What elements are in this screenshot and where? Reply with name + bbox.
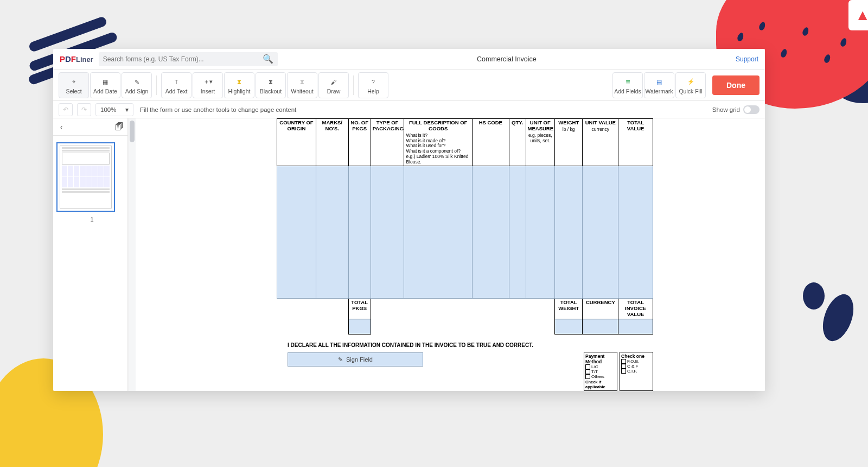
cell-country[interactable] (277, 166, 316, 299)
cell-unit-value[interactable] (583, 166, 618, 299)
tool-quick-fill[interactable]: ⚡Quick Fill (675, 72, 706, 98)
show-grid-label: Show grid (712, 106, 740, 113)
pages-panel: ‹ 🗐 1 (53, 118, 128, 391)
col-description: FULL DESCRIPTION OF GOODSWhat is it? Wha… (404, 119, 472, 166)
page-thumbnail-1[interactable] (56, 142, 115, 212)
payment-method-footer: Check if applicable (585, 379, 616, 389)
total-weight-field[interactable] (555, 319, 583, 335)
support-link[interactable]: Support (736, 55, 758, 63)
col-marks: MARKS/ NO'S. (316, 119, 348, 166)
sign-icon: ✎ (338, 356, 343, 363)
blackout-icon: ⧗ (269, 76, 273, 88)
tool-add-fields[interactable]: ≣Add Fields (612, 72, 643, 98)
decoration-navy-r (797, 282, 863, 348)
checkbox-lc[interactable] (585, 364, 590, 369)
currency-field[interactable] (583, 319, 618, 335)
document-canvas[interactable]: COUNTRY OF ORIGIN MARKS/ NO'S. NO. OF PK… (136, 118, 765, 391)
app-window: PDFLiner 🔍 Commercial Invoice Support ⌖S… (53, 49, 765, 391)
toolbar-separator (156, 75, 157, 95)
tool-insert[interactable]: ＋▾Insert (193, 72, 223, 98)
tool-add-sign[interactable]: ✎Add Sign (122, 72, 152, 98)
zoom-select[interactable]: 100%▾ (95, 103, 133, 116)
redo-icon: ↷ (81, 106, 87, 113)
tool-select-label: Select (66, 88, 81, 94)
total-pkgs-field[interactable] (348, 319, 371, 335)
thumbnail-list: 1 (53, 136, 127, 391)
check-one-header: Check one (621, 354, 652, 359)
col-uom: UNIT OF MEASUREe.g. pieces, units, set. (526, 119, 554, 166)
page-thumbnail-label: 1 (56, 212, 127, 223)
col-pkgs: NO. OF PKGS (348, 119, 371, 166)
tool-help[interactable]: ?Help (358, 72, 388, 98)
invoice-data-row (277, 166, 653, 299)
cell-hs[interactable] (472, 166, 509, 299)
whiteout-icon: ⧗ (300, 76, 304, 88)
cell-description[interactable] (404, 166, 472, 299)
cell-qty[interactable] (509, 166, 526, 299)
lightning-icon: ⚡ (687, 76, 694, 88)
undo-button[interactable]: ↶ (59, 103, 73, 116)
page-gear-icon: 🗐 (115, 122, 124, 131)
cursor-icon: ⌖ (72, 76, 75, 88)
payment-method-box: Payment Method L/C T/T Others Check if a… (584, 352, 617, 391)
fields-icon: ≣ (626, 76, 630, 88)
main-toolbar: ⌖Select ▦Add Date ✎Add Sign TAdd Text ＋▾… (53, 70, 765, 101)
sign-field[interactable]: ✎ Sign Field (288, 352, 423, 367)
plus-icon: ＋▾ (203, 76, 213, 88)
chevron-down-icon: ▾ (125, 106, 129, 113)
tool-highlight[interactable]: ⧗Highlight (224, 72, 254, 98)
search-box[interactable]: 🔍 (99, 52, 278, 66)
done-button[interactable]: Done (712, 75, 760, 95)
checkbox-cif[interactable] (621, 369, 626, 374)
tool-whiteout[interactable]: ⧗Whiteout (287, 72, 317, 98)
redo-button[interactable]: ↷ (77, 103, 91, 116)
cell-marks[interactable] (316, 166, 348, 299)
thumbnail-scrollbar[interactable] (128, 118, 136, 391)
topbar: PDFLiner 🔍 Commercial Invoice Support (53, 49, 765, 70)
cell-total-value[interactable] (618, 166, 653, 299)
cell-pkgs[interactable] (348, 166, 371, 299)
cell-packaging[interactable] (371, 166, 404, 299)
tool-blackout-label: Blackout (260, 88, 282, 94)
tool-add-date[interactable]: ▦Add Date (90, 72, 120, 98)
col-qty: QTY. (509, 119, 526, 166)
highlight-icon: ⧗ (237, 76, 241, 88)
invoice-document: COUNTRY OF ORIGIN MARKS/ NO'S. NO. OF PK… (277, 118, 653, 367)
tool-quick-fill-label: Quick Fill (679, 88, 702, 94)
declaration-text: I DECLARE ALL THE INFORMATION CONTAINED … (277, 335, 653, 352)
signature-icon: ✎ (135, 76, 139, 88)
col-weight: WEIGHTlb / kg (555, 119, 583, 166)
tool-blackout[interactable]: ⧗Blackout (256, 72, 286, 98)
tool-help-label: Help (367, 88, 379, 94)
checkbox-cf[interactable] (621, 364, 626, 369)
checkbox-tt[interactable] (585, 369, 590, 374)
tool-select[interactable]: ⌖Select (59, 72, 89, 98)
checkbox-others[interactable] (585, 374, 590, 379)
tool-highlight-label: Highlight (228, 88, 251, 94)
search-icon: 🔍 (263, 54, 273, 64)
panel-back-button[interactable]: ‹ (53, 123, 69, 131)
question-icon: ? (372, 76, 375, 88)
work-area: ‹ 🗐 1 (53, 118, 765, 391)
total-invoice-field[interactable] (618, 319, 653, 335)
cell-weight[interactable] (555, 166, 583, 299)
search-input[interactable] (103, 55, 263, 63)
tool-whiteout-label: Whiteout (291, 88, 313, 94)
tool-draw[interactable]: 🖌Draw (318, 72, 349, 98)
invoice-table: COUNTRY OF ORIGIN MARKS/ NO'S. NO. OF PK… (277, 118, 653, 335)
page-settings-button[interactable]: 🗐 (111, 122, 127, 132)
tool-watermark[interactable]: ▤Watermark (644, 72, 674, 98)
sign-field-label: Sign Field (346, 356, 373, 363)
watermark-icon: ▤ (656, 76, 662, 88)
tool-draw-label: Draw (327, 88, 341, 94)
cell-uom[interactable] (526, 166, 554, 299)
total-invoice-label: TOTAL INVOICE VALUE (618, 299, 653, 319)
check-one-box: Check one F.O.B. C & F C.I.F. (620, 352, 653, 391)
checkbox-fob[interactable] (621, 359, 626, 364)
tool-add-text[interactable]: TAdd Text (161, 72, 192, 98)
currency-label: CURRENCY (583, 299, 618, 319)
tool-add-fields-label: Add Fields (614, 88, 641, 94)
col-total-value: TOTAL VALUE (618, 119, 653, 166)
total-weight-label: TOTAL WEIGHT (555, 299, 583, 319)
show-grid-toggle[interactable] (743, 105, 760, 114)
